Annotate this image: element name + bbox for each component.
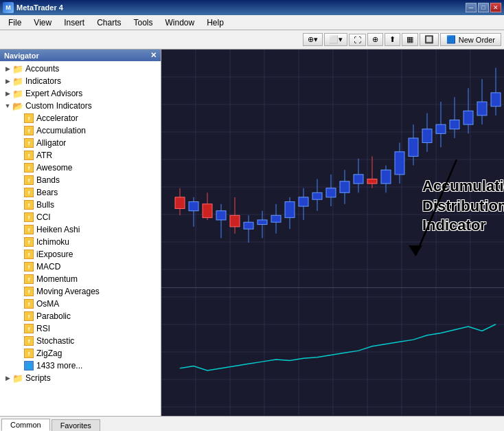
svg-text:f: f [28, 289, 30, 295]
menu-insert[interactable]: Insert [58, 16, 90, 29]
tree-item-atr[interactable]: f ATR [0, 149, 161, 162]
tree-item-ichimoku[interactable]: f Ichimoku [0, 236, 161, 248]
menu-file[interactable]: File [3, 16, 27, 29]
spacer-parabolic [14, 311, 23, 321]
menu-tools[interactable]: Tools [128, 16, 159, 29]
tree-item-custom-indicators[interactable]: ▼📂Custom Indicators [0, 100, 161, 112]
title-bar-title: MetaTrader 4 [16, 3, 63, 12]
spacer-cci [14, 212, 23, 222]
tree-item-indicators[interactable]: ▶📁Indicators [0, 75, 161, 87]
spacer-bands [14, 175, 23, 185]
menu-help[interactable]: Help [201, 16, 229, 29]
tree-item-accumulation[interactable]: f Accumulation [0, 124, 161, 137]
tree-item-heiken-ashi[interactable]: f Heiken Ashi [0, 223, 161, 236]
spacer-accelerator [14, 113, 23, 123]
indicator-icon-bulls: f [23, 199, 34, 210]
indicator-icon-ichimoku: f [23, 236, 34, 247]
tree-item-cci[interactable]: f CCI [0, 211, 161, 223]
tree-item-zigzag[interactable]: f ZigZag [0, 347, 161, 360]
navigator-panel: Navigator ✕ ▶📁Accounts▶📁Indicators▶📁Expe… [0, 49, 161, 416]
indicator-icon-accumulation: f [23, 125, 34, 136]
toolbar-btn-6[interactable]: ▦ [402, 33, 418, 46]
tree-item-stochastic[interactable]: f Stochastic [0, 335, 161, 347]
spacer-alligator [14, 138, 23, 148]
indicator-icon-parabolic: f [23, 311, 34, 322]
toolbar-btn-5[interactable]: ⬆ [385, 33, 400, 46]
navigator-close-button[interactable]: ✕ [150, 51, 157, 60]
tree-item-macd[interactable]: f MACD [0, 261, 161, 273]
toolbar-btn-7[interactable]: 🔲 [420, 33, 439, 46]
spacer-macd [14, 262, 23, 272]
tree-label-moving-averages: Moving Averages [36, 287, 100, 296]
menu-charts[interactable]: Charts [91, 16, 126, 29]
tree-item-momentum[interactable]: f Momentum [0, 273, 161, 285]
svg-text:f: f [28, 351, 30, 357]
tree-item-scripts[interactable]: ▶📁Scripts [0, 372, 161, 384]
svg-text:f: f [28, 128, 30, 134]
toolbar-btn-3[interactable]: ⛶ [349, 34, 366, 46]
tree-label-rsi: RSI [36, 324, 50, 333]
tree-item-alligator[interactable]: f Alligator [0, 137, 161, 149]
tree-item-bands[interactable]: f Bands [0, 174, 161, 186]
toolbar: ⊕▾ ⬜▾ ⛶ ⊕ ⬆ ▦ 🔲 🟦 New Order [0, 30, 504, 49]
svg-text:f: f [28, 177, 30, 184]
toolbar-btn-4[interactable]: ⊕ [367, 33, 383, 46]
indicator-icon-bears: f [23, 187, 34, 198]
svg-text:f: f [28, 165, 30, 171]
tree-label-bears: Bears [36, 188, 58, 197]
indicator-icon-atr: f [23, 150, 34, 161]
tree-item-accounts[interactable]: ▶📁Accounts [0, 63, 161, 75]
spacer-accumulation [14, 126, 23, 135]
tree-item-osma[interactable]: f OsMA [0, 298, 161, 310]
chart-area[interactable]: Accumulation Distribution Indicator [161, 49, 504, 416]
navigator-header: Navigator ✕ [0, 49, 161, 61]
tree-item-bears[interactable]: f Bears [0, 186, 161, 199]
svg-text:f: f [28, 202, 30, 208]
navigator-tree[interactable]: ▶📁Accounts▶📁Indicators▶📁Expert Advisors▼… [0, 61, 161, 416]
tree-label-more: 1433 more... [36, 361, 82, 371]
tree-item-accelerator[interactable]: f Accelerator [0, 112, 161, 124]
new-order-button[interactable]: 🟦 New Order [440, 33, 501, 46]
tree-item-moving-averages[interactable]: f Moving Averages [0, 285, 161, 298]
svg-text:f: f [28, 326, 30, 332]
svg-text:f: f [28, 264, 30, 270]
tree-item-bulls[interactable]: f Bulls [0, 199, 161, 211]
spacer-moving-averages [14, 287, 23, 296]
tree-item-iexposure[interactable]: f iExposure [0, 248, 161, 261]
app-icon: M [3, 2, 14, 13]
tree-label-momentum: Momentum [36, 274, 78, 284]
tree-item-expert-advisors[interactable]: ▶📁Expert Advisors [0, 87, 161, 100]
toolbar-btn-1[interactable]: ⊕▾ [303, 33, 323, 46]
folder-icon-expert-advisors: 📁 [12, 88, 23, 99]
spacer-atr [14, 151, 23, 160]
toolbar-btn-2[interactable]: ⬜▾ [324, 33, 347, 46]
tab-favorites[interactable]: Favorites [51, 419, 100, 431]
tree-label-iexposure: iExposure [36, 250, 73, 259]
spacer-ichimoku [14, 237, 23, 247]
expand-icon-expert-advisors: ▶ [3, 89, 12, 98]
close-button[interactable]: ✕ [490, 3, 501, 12]
svg-text:f: f [28, 190, 30, 196]
tree-item-parabolic[interactable]: f Parabolic [0, 310, 161, 322]
tree-label-macd: MACD [36, 262, 60, 272]
menu-window[interactable]: Window [160, 16, 201, 29]
svg-text:f: f [28, 214, 30, 221]
spacer-stochastic [14, 336, 23, 346]
spacer-bears [14, 188, 23, 197]
tree-item-more[interactable]: 🌐 1433 more... [0, 360, 161, 372]
price-chart [161, 49, 504, 416]
tree-item-awesome[interactable]: f Awesome [0, 162, 161, 174]
spacer-awesome [14, 163, 23, 173]
menu-view[interactable]: View [28, 16, 57, 29]
tab-common[interactable]: Common [1, 419, 50, 431]
spacer-heiken-ashi [14, 225, 23, 234]
maximize-button[interactable]: □ [478, 3, 489, 12]
tree-label-indicators: Indicators [25, 76, 61, 86]
tree-item-rsi[interactable]: f RSI [0, 322, 161, 335]
main-layout: Navigator ✕ ▶📁Accounts▶📁Indicators▶📁Expe… [0, 49, 504, 416]
minimize-button[interactable]: ─ [466, 3, 477, 12]
folder-icon-custom-indicators: 📂 [12, 100, 23, 111]
tree-label-zigzag: ZigZag [36, 349, 62, 358]
spacer-iexposure [14, 250, 23, 259]
tree-label-accumulation: Accumulation [36, 126, 86, 135]
